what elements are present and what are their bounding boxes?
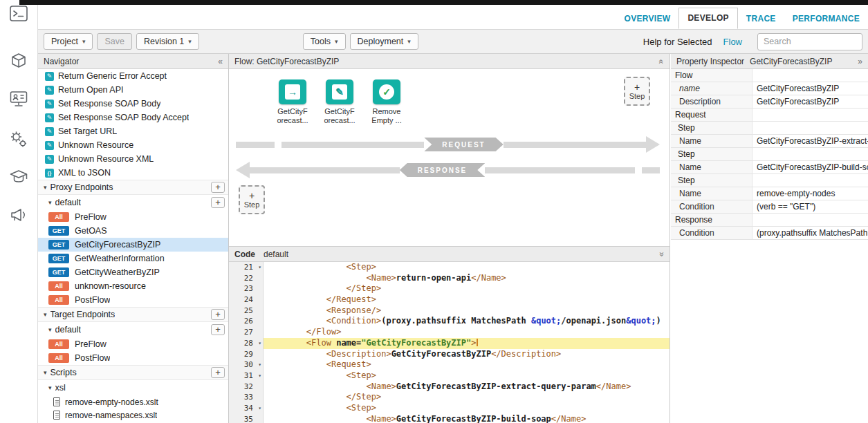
gutter-cell[interactable]: 30▾ [229,359,264,370]
code-line[interactable]: 25 <Response/> [229,306,670,317]
fold-arrow-icon[interactable]: ▾ [258,404,261,413]
search-input[interactable] [757,33,862,50]
gutter-cell[interactable]: 29 [229,349,264,360]
flow-item-postflow[interactable]: AllPostFlow [38,351,228,365]
code-line[interactable]: 30▾ <Request> [229,359,670,370]
navigator-policy-item[interactable]: ✎Return Generic Error Accept [38,69,228,83]
code-editor[interactable]: 21▾ <Step>22 <Name>return-open-api</Name… [229,262,670,423]
code-line[interactable]: 27 </Flow> [229,327,670,338]
deployment-menu-button[interactable]: Deployment▾ [350,33,418,50]
navigator-policy-item[interactable]: ✎Set Response SOAP Body Accept [38,111,228,124]
tab-develop[interactable]: DEVELOP [678,8,737,29]
policy-step-extract-query-param[interactable]: → GetCityForecast... [273,79,312,125]
script-file-item[interactable]: remove-empty-nodes.xslt [38,395,228,408]
code-line[interactable]: 29 <Description>GetCityForecastByZIP</De… [229,349,670,360]
fold-arrow-icon[interactable]: ▾ [258,339,261,348]
script-file-item[interactable]: remove-namespaces.xslt [38,408,228,422]
save-button[interactable]: Save [97,33,132,50]
add-scripts-button[interactable]: + [211,367,225,378]
code-line[interactable]: 26 <Condition>(proxy.pathsuffix MatchesP… [229,316,670,327]
group-target-default[interactable]: ▾default+ [38,322,228,337]
property-value[interactable]: GetCityForecastByZIP-extract-query-param [752,135,868,147]
gutter-cell[interactable]: 35 [229,414,264,423]
code-line[interactable]: 23 </Step> [229,283,670,294]
gutter-cell[interactable]: 31▾ [229,370,264,382]
help-flow-link[interactable]: Flow [723,37,742,47]
code-line[interactable]: 21▾ <Step> [229,262,670,273]
add-proxy-default-flow-button[interactable]: + [211,197,225,208]
gutter-cell[interactable]: 24 [229,294,264,306]
project-menu-button[interactable]: Project▾ [44,33,93,50]
develop-screen-icon[interactable] [10,90,28,111]
property-value[interactable]: GetCityForecastByZIP [752,95,868,108]
flow-item-unknown-resource[interactable]: Allunknown-resource [38,279,228,293]
gutter-cell[interactable]: 23 [229,283,264,294]
code-line[interactable]: 22 <Name>return-open-api</Name> [229,273,670,284]
code-line[interactable]: 28▾ <Flow name="GetCityForecastByZIP"> [229,338,670,349]
code-line[interactable]: 35 <Name>GetCityForecastByZIP-build-soap… [229,414,670,423]
flow-item-getcityforecastbyzip[interactable]: GETGetCityForecastByZIP [38,238,228,252]
add-step-button-bottom[interactable]: + Step [239,185,265,214]
code-line[interactable]: 32 <Name>GetCityForecastByZIP-extract-qu… [229,382,670,393]
collapse-navigator-icon[interactable]: « [218,57,223,66]
group-proxy-default[interactable]: ▾default+ [38,195,228,210]
property-value[interactable]: (proxy.pathsuffix MatchesPath "/c [752,227,868,239]
section-scripts[interactable]: ▾Scripts+ [38,365,228,380]
policy-step-remove-empty-nodes[interactable]: ✓ RemoveEmpty ... [367,79,406,125]
property-value[interactable] [752,122,868,134]
code-line[interactable]: 34▾ <Step> [229,403,670,414]
learn-graduation-cap-icon[interactable] [10,169,28,188]
add-step-button-top[interactable]: + Step [624,77,650,106]
gutter-cell[interactable]: 25 [229,306,264,317]
code-line[interactable]: 24 </Request> [229,294,670,306]
section-target-endpoints[interactable]: ▾Target Endpoints+ [38,307,228,322]
collapse-code-panel-icon[interactable]: « [657,252,667,256]
property-value[interactable]: (verb == "GET") [752,200,868,213]
add-proxy-endpoints-button[interactable]: + [211,182,225,193]
property-value[interactable]: GetCityForecastByZIP-build-soap [752,161,868,173]
add-target-endpoints-button[interactable]: + [211,309,225,320]
collapse-inspector-icon[interactable]: » [858,57,862,66]
terminal-icon[interactable] [10,6,28,26]
code-line[interactable]: 31▾ <Step> [229,370,670,382]
property-value[interactable] [752,109,868,121]
gutter-cell[interactable]: 32 [229,382,264,393]
gutter-cell[interactable]: 21▾ [229,262,264,273]
fold-arrow-icon[interactable]: ▾ [258,360,261,370]
tab-trace[interactable]: TRACE [738,9,784,29]
navigator-policy-item[interactable]: ✎Return Open API [38,83,228,97]
gutter-cell[interactable]: 27 [229,327,264,338]
gutter-cell[interactable]: 34▾ [229,403,264,414]
gutter-cell[interactable]: 28▾ [229,338,264,349]
flow-item-getweatherinformation[interactable]: GETGetWeatherInformation [38,252,228,265]
property-value[interactable] [752,148,868,160]
add-target-default-flow-button[interactable]: + [211,324,225,335]
property-value[interactable] [752,69,868,82]
property-value[interactable]: remove-empty-nodes [752,187,868,200]
group-scripts-xsl[interactable]: ▾xsl [38,380,228,395]
flow-item-preflow[interactable]: AllPreFlow [38,337,228,351]
tools-menu-button[interactable]: Tools▾ [303,33,346,50]
announcements-megaphone-icon[interactable] [10,206,28,226]
section-proxy-endpoints[interactable]: ▾Proxy Endpoints+ [38,180,228,195]
gutter-cell[interactable]: 26 [229,316,264,327]
property-value[interactable] [752,214,868,226]
tab-performance[interactable]: PERFORMANCE [784,9,868,29]
admin-gears-icon[interactable] [10,130,28,151]
property-value[interactable] [752,174,868,187]
api-proxies-cube-icon[interactable] [10,53,28,73]
tab-overview[interactable]: OVERVIEW [616,9,679,29]
gutter-cell[interactable]: 22 [229,273,264,284]
property-value[interactable]: GetCityForecastByZIP [752,82,868,95]
flow-item-preflow[interactable]: AllPreFlow [38,210,228,224]
flow-item-getoas[interactable]: GETGetOAS [38,224,228,238]
navigator-policy-item[interactable]: ✎Set Target URL [38,124,228,138]
fold-arrow-icon[interactable]: ▾ [258,263,261,272]
flow-item-postflow[interactable]: AllPostFlow [38,293,228,307]
flow-item-getcityweatherbyzip[interactable]: GETGetCityWeatherByZIP [38,265,228,279]
navigator-policy-item[interactable]: ✎Unknown Resource [38,138,228,152]
code-line[interactable]: 33 </Step> [229,392,670,403]
navigator-policy-item[interactable]: ✎Unknown Resource XML [38,152,228,166]
collapse-flow-panel-icon[interactable]: « [657,59,667,64]
policy-step-build-soap[interactable]: ✎ GetCityForecast... [320,79,359,125]
